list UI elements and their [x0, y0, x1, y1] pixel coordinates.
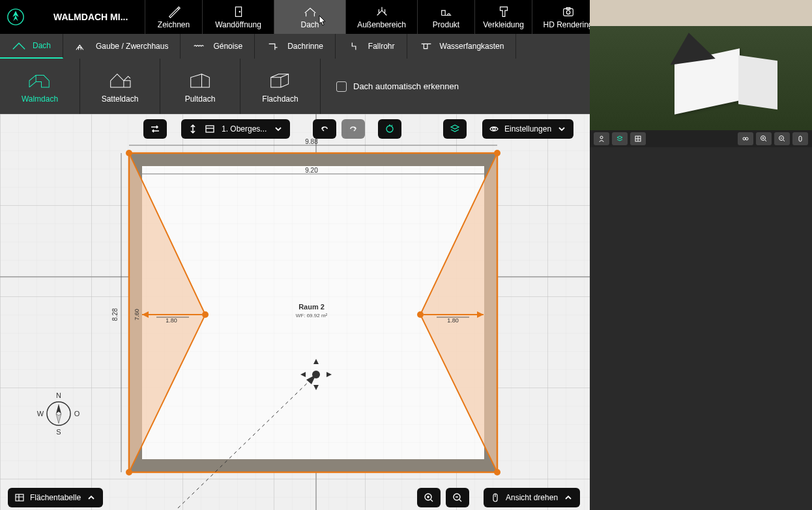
- undo-button[interactable]: [313, 119, 336, 139]
- preview-panel: [590, 0, 812, 510]
- chevron-up-icon: [86, 492, 96, 503]
- rotate-view-button[interactable]: Ansicht drehen: [484, 488, 580, 507]
- svg-text:7.60: 7.60: [134, 309, 140, 320]
- svg-point-2: [239, 11, 240, 12]
- subtab-gaube[interactable]: Gaube / Zwerchhaus: [63, 34, 181, 59]
- tab-zeichnen[interactable]: Zeichnen: [145, 0, 202, 34]
- floorplan-svg: 9.88 9.20 8.28 7.60 1.80 1.80 Raum 2 WF:…: [0, 114, 590, 510]
- svg-rect-7: [206, 126, 214, 132]
- svg-rect-1: [235, 7, 241, 17]
- svg-point-9: [493, 128, 495, 130]
- surface-table-button[interactable]: Flächentabelle: [8, 488, 103, 507]
- table-label: Flächentabelle: [30, 493, 81, 502]
- svg-text:1.80: 1.80: [447, 317, 459, 324]
- svg-point-23: [494, 469, 500, 475]
- floor-selector[interactable]: 1. Oberges...: [181, 119, 290, 139]
- tool-walmdach[interactable]: Walmdach: [0, 59, 80, 114]
- zoom-in-button[interactable]: [417, 488, 441, 507]
- preview-3d-image[interactable]: [590, 0, 812, 130]
- preview-layers-button[interactable]: [612, 132, 628, 145]
- tool-pultdach[interactable]: Pultdach: [160, 59, 240, 114]
- tool-label: Walmdach: [22, 94, 58, 104]
- settings-label: Einstellungen: [504, 124, 551, 134]
- svg-text:W: W: [37, 410, 44, 418]
- svg-point-62: [600, 136, 603, 139]
- subtab-label: Wasserfangkasten: [440, 42, 504, 51]
- tab-label: Wandöffnung: [215, 20, 261, 29]
- tab-verkleidung[interactable]: Verkleidung: [474, 0, 532, 34]
- tab-label: Außenbereich: [357, 20, 406, 29]
- svg-rect-3: [563, 8, 573, 16]
- tool-satteldach[interactable]: Satteldach: [80, 59, 160, 114]
- svg-text:S: S: [56, 428, 61, 436]
- preview-person-button[interactable]: [594, 132, 609, 145]
- tab-label: Dach: [300, 20, 319, 29]
- svg-text:WF: 69.92 m²: WF: 69.92 m²: [296, 313, 328, 319]
- layers-button[interactable]: [443, 119, 467, 139]
- preview-plan-button[interactable]: [630, 132, 646, 145]
- svg-text:Raum 2: Raum 2: [298, 303, 325, 311]
- svg-rect-57: [16, 494, 23, 501]
- tab-label: Produkt: [433, 20, 459, 29]
- subtab-dachrinne[interactable]: Dachrinne: [255, 34, 336, 59]
- tab-wandoeffnung[interactable]: Wandöffnung: [202, 0, 274, 34]
- svg-point-20: [126, 150, 132, 156]
- zoom-out-button[interactable]: [446, 488, 469, 507]
- subtab-dach[interactable]: Dach: [0, 34, 63, 59]
- svg-point-4: [566, 10, 570, 14]
- subtab-label: Dach: [33, 41, 51, 50]
- subtab-genoise[interactable]: Génoise: [181, 34, 255, 59]
- table-icon: [14, 492, 25, 503]
- tool-flachdach[interactable]: Flachdach: [240, 59, 321, 114]
- chevron-down-icon: [273, 124, 283, 134]
- preview-zoom-in-button[interactable]: [756, 132, 772, 145]
- checkbox-label: Dach automatisch erkennen: [353, 81, 459, 91]
- svg-point-21: [494, 150, 500, 156]
- svg-text:9.20: 9.20: [305, 167, 318, 174]
- redo-button[interactable]: [341, 119, 365, 139]
- tab-label: HD Rendering: [543, 20, 592, 29]
- tab-label: Verkleidung: [483, 20, 524, 29]
- svg-text:9.88: 9.88: [305, 138, 318, 145]
- svg-text:N: N: [56, 391, 61, 399]
- svg-point-65: [746, 137, 748, 140]
- orientation-button[interactable]: [378, 119, 401, 139]
- svg-point-22: [126, 469, 132, 475]
- checkbox-icon: [336, 81, 347, 92]
- svg-point-24: [202, 311, 209, 318]
- tab-label: Zeichnen: [158, 20, 190, 29]
- swap-button[interactable]: [143, 119, 167, 139]
- subtab-label: Génoise: [213, 42, 242, 51]
- subtab-label: Dachrinne: [287, 42, 323, 51]
- tab-aussenbereich[interactable]: Außenbereich: [345, 0, 417, 34]
- svg-text:O: O: [74, 410, 80, 418]
- svg-text:1.80: 1.80: [166, 317, 177, 324]
- subtab-label: Fallrohr: [368, 42, 395, 51]
- preview-nav-button[interactable]: [738, 132, 753, 145]
- tool-label: Flachdach: [262, 94, 298, 104]
- preview-mouse-button[interactable]: [792, 132, 808, 145]
- chevron-down-icon: [557, 124, 567, 134]
- main-area: 1. Oberges... Einstellungen: [0, 114, 812, 510]
- preview-zoom-out-button[interactable]: [774, 132, 790, 145]
- auto-detect-checkbox[interactable]: Dach automatisch erkennen: [321, 59, 474, 114]
- svg-point-64: [743, 137, 746, 140]
- chevron-up-icon: [563, 492, 573, 503]
- subtab-fallrohr[interactable]: Fallrohr: [336, 34, 407, 59]
- svg-point-8: [386, 126, 393, 132]
- rotate-label: Ansicht drehen: [506, 493, 558, 502]
- tab-dach[interactable]: Dach: [274, 0, 345, 34]
- svg-text:8.28: 8.28: [111, 308, 119, 321]
- brand-logo[interactable]: [0, 0, 46, 34]
- eye-icon: [489, 124, 499, 134]
- preview-toolbar: [590, 130, 812, 147]
- tab-produkt[interactable]: Produkt: [417, 0, 474, 34]
- project-title[interactable]: WALMDACH MI...: [46, 0, 145, 34]
- tool-label: Pultdach: [185, 94, 216, 104]
- subtab-wasserfangkasten[interactable]: Wasserfangkasten: [407, 34, 517, 59]
- floorplan-canvas[interactable]: 1. Oberges... Einstellungen: [0, 114, 590, 510]
- subtab-label: Gaube / Zwerchhaus: [96, 42, 168, 51]
- settings-button[interactable]: Einstellungen: [482, 119, 573, 139]
- floor-label: 1. Oberges...: [222, 124, 267, 134]
- svg-rect-68: [799, 136, 802, 141]
